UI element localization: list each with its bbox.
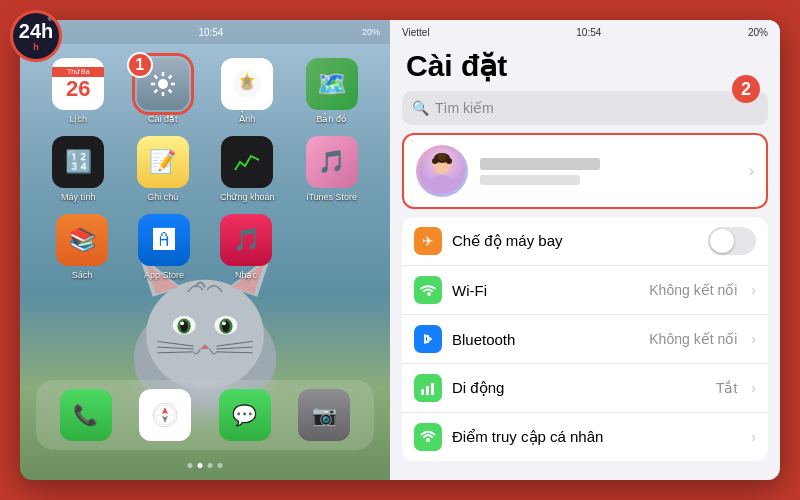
app-lich-label: Lịch — [69, 114, 87, 124]
wifi-icon — [414, 276, 442, 304]
app-appstore[interactable]: 🅰 App Store — [134, 214, 194, 280]
page-dots — [188, 463, 223, 468]
svg-point-21 — [158, 79, 168, 89]
settings-item-bluetooth[interactable]: Bluetooth Không kết nối › — [402, 315, 768, 364]
dock-phone[interactable]: 📞 — [56, 389, 116, 441]
phone-status-bar: Viettel 10:54 20% — [20, 20, 390, 44]
svg-rect-47 — [431, 383, 434, 395]
outer-container: 24h h ® — [10, 10, 790, 490]
profile-row[interactable]: › — [402, 133, 768, 209]
airplane-toggle-knob — [710, 229, 734, 253]
svg-rect-46 — [426, 386, 429, 395]
dock-safari[interactable] — [135, 389, 195, 441]
settings-status-bar: Viettel 10:54 20% — [390, 20, 780, 44]
wifi-chevron: › — [751, 282, 756, 298]
settings-item-cellular[interactable]: Di động Tắt › — [402, 364, 768, 413]
search-icon: 🔍 — [412, 100, 429, 116]
svg-point-41 — [438, 153, 446, 161]
bluetooth-label: Bluetooth — [452, 331, 639, 348]
settings-item-wifi[interactable]: Wi-Fi Không kết nối › — [402, 266, 768, 315]
settings-title: Cài đặt — [390, 44, 780, 91]
airplane-label: Chế độ máy bay — [452, 232, 698, 250]
panels: Viettel 10:54 20% Thứ Ba 26 — [20, 20, 780, 480]
bluetooth-value: Không kết nối — [649, 331, 737, 347]
hotspot-icon — [414, 423, 442, 451]
svg-point-12 — [180, 321, 184, 325]
app-anh-label: Ảnh — [239, 114, 255, 124]
app-anh[interactable]: Ảnh — [217, 58, 277, 124]
logo-copyright: ® — [48, 15, 53, 22]
svg-point-13 — [222, 321, 226, 325]
profile-sub — [480, 175, 580, 185]
cellular-chevron: › — [751, 380, 756, 396]
battery-left: 20% — [362, 27, 380, 37]
app-nhac-label: Nhạc — [235, 270, 257, 280]
step2-badge: 2 — [732, 75, 760, 103]
app-caidat[interactable]: 1 Cài đặt — [133, 58, 193, 124]
cellular-value: Tắt — [716, 380, 737, 396]
logo-text: 24h — [19, 20, 53, 42]
dot-2 — [198, 463, 203, 468]
app-bando[interactable]: 🗺️ Bản đồ — [302, 58, 362, 124]
app-row-3: 📚 Sách 🅰 App Store 🎵 — [36, 214, 374, 280]
app-chungkhoan[interactable]: Chứng khoán — [217, 136, 277, 202]
app-maytinh[interactable]: 🔢 Máy tính — [48, 136, 108, 202]
app-itunes[interactable]: 🎵 iTunes Store — [302, 136, 362, 202]
logo-24h: 24h h ® — [10, 10, 62, 62]
svg-line-29 — [168, 76, 171, 79]
phone-wallpaper: Viettel 10:54 20% Thứ Ba 26 — [20, 20, 390, 480]
dock-camera[interactable]: 📷 — [294, 389, 354, 441]
app-maytinh-label: Máy tính — [61, 192, 96, 202]
search-bar[interactable]: 🔍 Tìm kiếm — [402, 91, 768, 125]
app-ghichu[interactable]: 📝 Ghi chú — [133, 136, 193, 202]
airplane-toggle[interactable] — [708, 227, 756, 255]
right-panel: Viettel 10:54 20% Cài đặt 2 🔍 Tìm kiếm — [390, 20, 780, 480]
carrier-right: Viettel — [402, 27, 430, 38]
wifi-label: Wi-Fi — [452, 282, 639, 299]
left-panel: Viettel 10:54 20% Thứ Ba 26 — [20, 20, 390, 480]
time-right: 10:54 — [576, 27, 601, 38]
app-caidat-label: Cài đặt — [148, 114, 178, 124]
svg-point-42 — [432, 158, 438, 164]
hotspot-chevron: › — [751, 429, 756, 445]
app-lich[interactable]: Thứ Ba 26 Lịch — [48, 58, 108, 124]
svg-rect-45 — [421, 389, 424, 395]
app-row-1: Thứ Ba 26 Lịch 1 Cài đặt — [36, 58, 374, 124]
settings-list: ✈ Chế độ máy bay Wi-Fi Không kết nối › — [402, 217, 768, 461]
bluetooth-icon — [414, 325, 442, 353]
phone-dock: 📞 💬 📷 — [36, 380, 374, 450]
step1-badge: 1 — [127, 52, 153, 78]
app-row-2: 🔢 Máy tính 📝 Ghi chú — [36, 136, 374, 202]
profile-info — [480, 158, 737, 185]
app-appstore-label: App Store — [144, 270, 184, 280]
app-grid: Thứ Ba 26 Lịch 1 Cài đặt — [20, 50, 390, 300]
bluetooth-chevron: › — [751, 331, 756, 347]
svg-point-39 — [430, 175, 454, 193]
app-sach-label: Sách — [72, 270, 93, 280]
svg-point-43 — [446, 158, 452, 164]
logo-h: h — [33, 42, 39, 52]
dot-3 — [208, 463, 213, 468]
svg-line-27 — [168, 90, 171, 93]
dock-messages[interactable]: 💬 — [215, 389, 275, 441]
hotspot-label: Điểm truy cập cá nhân — [452, 428, 737, 446]
settings-item-hotspot[interactable]: Điểm truy cập cá nhân › — [402, 413, 768, 461]
profile-avatar — [416, 145, 468, 197]
app-sach[interactable]: 📚 Sách — [52, 214, 112, 280]
dot-1 — [188, 463, 193, 468]
time-left: 10:54 — [198, 27, 223, 38]
svg-line-28 — [154, 90, 157, 93]
wifi-value: Không kết nối — [649, 282, 737, 298]
cellular-icon — [414, 374, 442, 402]
app-nhac[interactable]: 🎵 Nhạc — [216, 214, 276, 280]
app-chungkhoan-label: Chứng khoán — [220, 192, 275, 202]
svg-point-48 — [426, 438, 430, 442]
profile-name — [480, 158, 600, 170]
cellular-label: Di động — [452, 379, 706, 397]
app-bando-label: Bản đồ — [316, 114, 347, 124]
profile-chevron: › — [749, 162, 754, 180]
battery-right: 20% — [748, 27, 768, 38]
airplane-icon: ✈ — [414, 227, 442, 255]
app-itunes-label: iTunes Store — [306, 192, 357, 202]
settings-item-airplane[interactable]: ✈ Chế độ máy bay — [402, 217, 768, 266]
